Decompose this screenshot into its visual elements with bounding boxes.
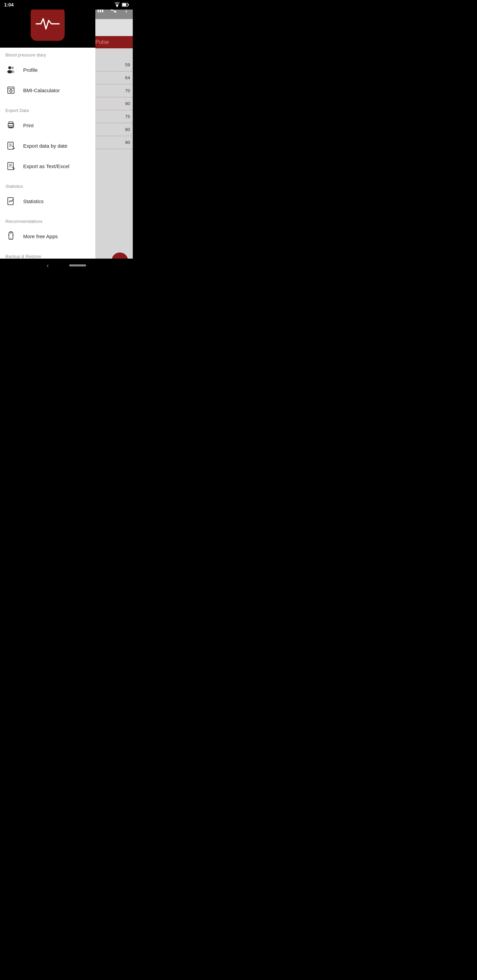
more-apps-label: More free Apps: [23, 234, 58, 239]
svg-point-30: [13, 124, 13, 125]
bmi-icon: [5, 85, 16, 95]
section-export-data: Export Data: [0, 103, 95, 115]
svg-point-18: [11, 67, 14, 69]
svg-point-42: [11, 238, 11, 239]
statistics-icon: [5, 196, 16, 207]
status-time: 1:04: [4, 2, 14, 8]
menu-item-statistics[interactable]: Statistics: [0, 191, 95, 211]
svg-rect-35: [8, 163, 13, 170]
app-logo: [30, 7, 65, 41]
home-indicator[interactable]: [69, 264, 86, 266]
menu-item-profile[interactable]: Profile: [0, 60, 95, 80]
print-label: Print: [23, 123, 34, 128]
section-recommendations: Recommendations: [0, 214, 95, 226]
export-date-label: Export data by date: [23, 143, 67, 149]
statistics-label: Statistics: [23, 198, 43, 204]
export-date-icon: [5, 140, 16, 151]
battery-icon: [122, 3, 129, 7]
svg-rect-15: [122, 3, 126, 6]
section-statistics: Statistics: [0, 179, 95, 191]
menu-item-export-excel[interactable]: Export as Text/Excel: [0, 156, 95, 176]
svg-point-19: [11, 70, 14, 73]
svg-rect-31: [8, 142, 13, 150]
menu-item-more-apps[interactable]: More free Apps: [0, 226, 95, 247]
heartbeat-logo: [36, 17, 60, 30]
export-excel-icon: [5, 161, 16, 172]
bottom-nav: ‹: [0, 259, 133, 272]
profile-label: Profile: [23, 67, 38, 73]
svg-rect-0: [98, 10, 99, 12]
menu-item-print[interactable]: Print: [0, 115, 95, 135]
signal-icon: [115, 2, 120, 8]
svg-point-16: [8, 66, 11, 69]
svg-rect-14: [128, 4, 129, 6]
status-icons: [115, 2, 129, 8]
menu-item-bmi[interactable]: BMI-Calaculator: [0, 80, 95, 100]
section-blood-pressure-diary: Blood pressure diary: [0, 48, 95, 60]
navigation-drawer: Blood pressure diary Profile BMI-Calacul…: [0, 0, 95, 272]
menu-item-export-date[interactable]: Export data by date: [0, 135, 95, 156]
bmi-label: BMI-Calaculator: [23, 88, 60, 93]
pulse-label: Pulse: [95, 39, 109, 45]
phone-icon: [5, 231, 16, 242]
status-bar: 1:04: [0, 0, 133, 10]
print-icon: [5, 120, 16, 130]
svg-point-10: [126, 11, 127, 13]
svg-line-7: [112, 10, 115, 11]
export-excel-label: Export as Text/Excel: [23, 163, 69, 169]
back-button[interactable]: ‹: [47, 262, 49, 269]
people-icon: [5, 64, 16, 75]
